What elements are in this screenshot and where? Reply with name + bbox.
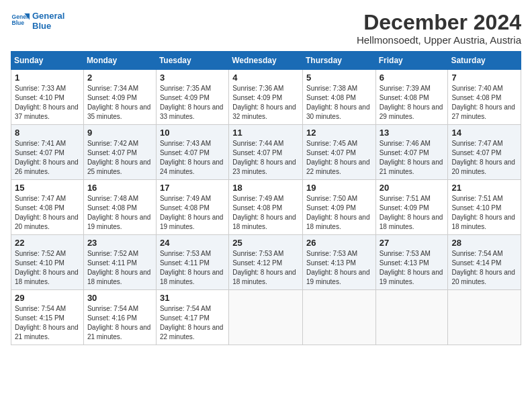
day-info: Sunrise: 7:44 AM Sunset: 4:07 PM Dayligh…: [232, 140, 296, 175]
logo: General Blue General Blue: [11, 11, 64, 31]
day-number: 12: [306, 128, 372, 138]
day-number: 15: [15, 183, 80, 193]
day-number: 20: [380, 183, 445, 193]
day-number: 8: [15, 128, 80, 138]
calendar-cell: 25 Sunrise: 7:53 AM Sunset: 4:12 PM Dayl…: [229, 235, 303, 290]
day-info: Sunrise: 7:53 AM Sunset: 4:13 PM Dayligh…: [306, 250, 370, 285]
week-row-1: 1 Sunrise: 7:33 AM Sunset: 4:10 PM Dayli…: [11, 70, 521, 125]
page-header: General Blue General Blue December 2024 …: [11, 11, 521, 46]
day-number: 23: [87, 238, 152, 248]
calendar-cell: 15 Sunrise: 7:47 AM Sunset: 4:08 PM Dayl…: [11, 180, 84, 235]
day-number: 4: [232, 73, 299, 83]
day-info: Sunrise: 7:35 AM Sunset: 4:09 PM Dayligh…: [160, 85, 224, 120]
svg-text:Blue: Blue: [12, 19, 25, 26]
weekday-header-tuesday: Tuesday: [156, 52, 228, 70]
calendar-cell: [302, 290, 375, 345]
week-row-4: 22 Sunrise: 7:52 AM Sunset: 4:10 PM Dayl…: [11, 235, 521, 290]
day-info: Sunrise: 7:52 AM Sunset: 4:11 PM Dayligh…: [87, 250, 151, 285]
calendar-cell: 11 Sunrise: 7:44 AM Sunset: 4:07 PM Dayl…: [229, 125, 303, 180]
weekday-header-thursday: Thursday: [302, 52, 375, 70]
day-number: 14: [451, 128, 517, 138]
day-info: Sunrise: 7:54 AM Sunset: 4:15 PM Dayligh…: [15, 305, 79, 340]
day-number: 9: [87, 128, 152, 138]
day-info: Sunrise: 7:53 AM Sunset: 4:13 PM Dayligh…: [380, 250, 443, 285]
day-number: 26: [306, 238, 372, 248]
calendar-table: SundayMondayTuesdayWednesdayThursdayFrid…: [11, 51, 521, 345]
week-row-5: 29 Sunrise: 7:54 AM Sunset: 4:15 PM Dayl…: [11, 290, 521, 345]
calendar-cell: [448, 290, 521, 345]
calendar-cell: 18 Sunrise: 7:49 AM Sunset: 4:08 PM Dayl…: [229, 180, 303, 235]
calendar-cell: 10 Sunrise: 7:43 AM Sunset: 4:07 PM Dayl…: [156, 125, 228, 180]
day-info: Sunrise: 7:36 AM Sunset: 4:09 PM Dayligh…: [232, 85, 296, 120]
weekday-header-friday: Friday: [375, 52, 448, 70]
calendar-cell: 2 Sunrise: 7:34 AM Sunset: 4:09 PM Dayli…: [83, 70, 156, 125]
day-number: 13: [380, 128, 445, 138]
calendar-cell: 1 Sunrise: 7:33 AM Sunset: 4:10 PM Dayli…: [11, 70, 84, 125]
day-info: Sunrise: 7:49 AM Sunset: 4:08 PM Dayligh…: [160, 195, 224, 230]
day-number: 29: [15, 293, 80, 303]
calendar-cell: 31 Sunrise: 7:54 AM Sunset: 4:17 PM Dayl…: [156, 290, 228, 345]
weekday-header-saturday: Saturday: [448, 52, 521, 70]
day-number: 1: [15, 73, 80, 83]
day-info: Sunrise: 7:51 AM Sunset: 4:09 PM Dayligh…: [380, 195, 443, 230]
calendar-cell: 30 Sunrise: 7:54 AM Sunset: 4:16 PM Dayl…: [83, 290, 156, 345]
day-number: 17: [160, 183, 225, 193]
calendar-cell: 14 Sunrise: 7:47 AM Sunset: 4:07 PM Dayl…: [448, 125, 521, 180]
day-info: Sunrise: 7:42 AM Sunset: 4:07 PM Dayligh…: [87, 140, 151, 175]
weekday-header-monday: Monday: [83, 52, 156, 70]
logo-text: General Blue: [32, 11, 64, 31]
day-info: Sunrise: 7:53 AM Sunset: 4:11 PM Dayligh…: [160, 250, 224, 285]
day-info: Sunrise: 7:50 AM Sunset: 4:09 PM Dayligh…: [306, 195, 370, 230]
day-info: Sunrise: 7:34 AM Sunset: 4:09 PM Dayligh…: [87, 85, 151, 120]
calendar-cell: 26 Sunrise: 7:53 AM Sunset: 4:13 PM Dayl…: [302, 235, 375, 290]
day-info: Sunrise: 7:54 AM Sunset: 4:14 PM Dayligh…: [451, 250, 515, 285]
calendar-cell: 7 Sunrise: 7:40 AM Sunset: 4:08 PM Dayli…: [448, 70, 521, 125]
day-info: Sunrise: 7:45 AM Sunset: 4:07 PM Dayligh…: [306, 140, 370, 175]
day-info: Sunrise: 7:54 AM Sunset: 4:17 PM Dayligh…: [160, 305, 224, 340]
calendar-cell: 21 Sunrise: 7:51 AM Sunset: 4:10 PM Dayl…: [448, 180, 521, 235]
day-number: 24: [160, 238, 225, 248]
day-info: Sunrise: 7:51 AM Sunset: 4:10 PM Dayligh…: [451, 195, 515, 230]
day-info: Sunrise: 7:52 AM Sunset: 4:10 PM Dayligh…: [15, 250, 79, 285]
calendar-cell: 13 Sunrise: 7:46 AM Sunset: 4:07 PM Dayl…: [375, 125, 448, 180]
day-info: Sunrise: 7:47 AM Sunset: 4:07 PM Dayligh…: [451, 140, 515, 175]
day-info: Sunrise: 7:33 AM Sunset: 4:10 PM Dayligh…: [15, 85, 79, 120]
calendar-cell: 22 Sunrise: 7:52 AM Sunset: 4:10 PM Dayl…: [11, 235, 84, 290]
calendar-cell: 19 Sunrise: 7:50 AM Sunset: 4:09 PM Dayl…: [302, 180, 375, 235]
day-number: 5: [306, 73, 372, 83]
calendar-cell: 28 Sunrise: 7:54 AM Sunset: 4:14 PM Dayl…: [448, 235, 521, 290]
logo-icon: General Blue: [11, 11, 30, 30]
day-number: 11: [232, 128, 299, 138]
day-number: 25: [232, 238, 299, 248]
day-info: Sunrise: 7:39 AM Sunset: 4:08 PM Dayligh…: [380, 85, 443, 120]
calendar-cell: 23 Sunrise: 7:52 AM Sunset: 4:11 PM Dayl…: [83, 235, 156, 290]
day-number: 10: [160, 128, 225, 138]
weekday-header-row: SundayMondayTuesdayWednesdayThursdayFrid…: [11, 52, 521, 70]
week-row-3: 15 Sunrise: 7:47 AM Sunset: 4:08 PM Dayl…: [11, 180, 521, 235]
month-title: December 2024: [357, 11, 521, 34]
day-number: 16: [87, 183, 152, 193]
day-info: Sunrise: 7:53 AM Sunset: 4:12 PM Dayligh…: [232, 250, 296, 285]
calendar-cell: 5 Sunrise: 7:38 AM Sunset: 4:08 PM Dayli…: [302, 70, 375, 125]
day-number: 27: [380, 238, 445, 248]
day-number: 28: [451, 238, 517, 248]
day-info: Sunrise: 7:54 AM Sunset: 4:16 PM Dayligh…: [87, 305, 151, 340]
day-number: 19: [306, 183, 372, 193]
calendar-cell: 16 Sunrise: 7:48 AM Sunset: 4:08 PM Dayl…: [83, 180, 156, 235]
day-number: 21: [451, 183, 517, 193]
calendar-cell: 4 Sunrise: 7:36 AM Sunset: 4:09 PM Dayli…: [229, 70, 303, 125]
calendar-cell: 29 Sunrise: 7:54 AM Sunset: 4:15 PM Dayl…: [11, 290, 84, 345]
day-info: Sunrise: 7:49 AM Sunset: 4:08 PM Dayligh…: [232, 195, 296, 230]
calendar-cell: 3 Sunrise: 7:35 AM Sunset: 4:09 PM Dayli…: [156, 70, 228, 125]
calendar-cell: 6 Sunrise: 7:39 AM Sunset: 4:08 PM Dayli…: [375, 70, 448, 125]
calendar-cell: [229, 290, 303, 345]
day-number: 7: [451, 73, 517, 83]
day-info: Sunrise: 7:43 AM Sunset: 4:07 PM Dayligh…: [160, 140, 224, 175]
calendar-cell: 9 Sunrise: 7:42 AM Sunset: 4:07 PM Dayli…: [83, 125, 156, 180]
calendar-cell: [375, 290, 448, 345]
day-info: Sunrise: 7:41 AM Sunset: 4:07 PM Dayligh…: [15, 140, 79, 175]
day-info: Sunrise: 7:47 AM Sunset: 4:08 PM Dayligh…: [15, 195, 79, 230]
calendar-cell: 24 Sunrise: 7:53 AM Sunset: 4:11 PM Dayl…: [156, 235, 228, 290]
day-number: 6: [380, 73, 445, 83]
calendar-cell: 20 Sunrise: 7:51 AM Sunset: 4:09 PM Dayl…: [375, 180, 448, 235]
